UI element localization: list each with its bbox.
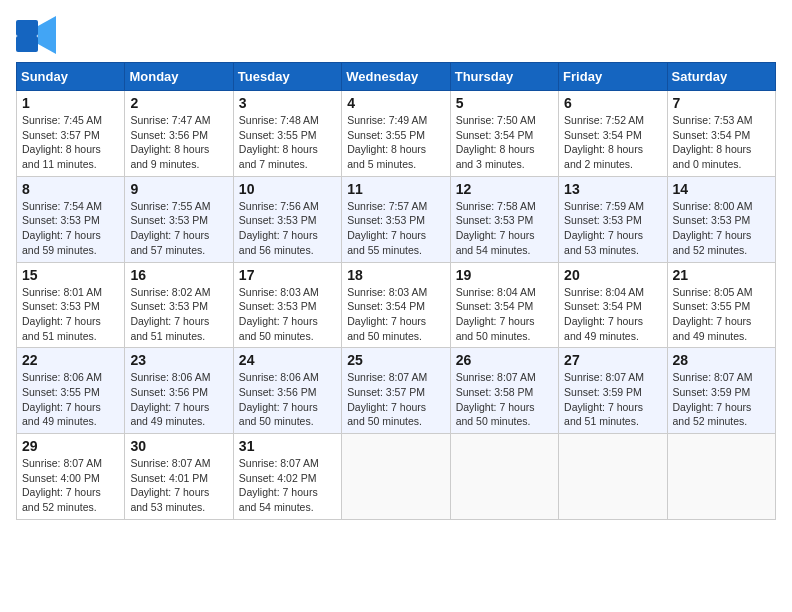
- cell-info: Sunrise: 7:47 AMSunset: 3:56 PMDaylight:…: [130, 113, 227, 172]
- day-number: 3: [239, 95, 336, 111]
- cell-info: Sunrise: 8:07 AMSunset: 3:58 PMDaylight:…: [456, 370, 553, 429]
- calendar-cell-29: 29Sunrise: 8:07 AMSunset: 4:00 PMDayligh…: [17, 434, 125, 520]
- day-number: 20: [564, 267, 661, 283]
- day-number: 29: [22, 438, 119, 454]
- day-number: 25: [347, 352, 444, 368]
- cell-info: Sunrise: 7:49 AMSunset: 3:55 PMDaylight:…: [347, 113, 444, 172]
- cell-info: Sunrise: 7:52 AMSunset: 3:54 PMDaylight:…: [564, 113, 661, 172]
- cell-info: Sunrise: 8:07 AMSunset: 4:02 PMDaylight:…: [239, 456, 336, 515]
- cell-info: Sunrise: 8:06 AMSunset: 3:55 PMDaylight:…: [22, 370, 119, 429]
- cell-info: Sunrise: 8:02 AMSunset: 3:53 PMDaylight:…: [130, 285, 227, 344]
- svg-marker-2: [38, 16, 56, 54]
- calendar-cell-5: 5Sunrise: 7:50 AMSunset: 3:54 PMDaylight…: [450, 91, 558, 177]
- empty-cell: [667, 434, 775, 520]
- day-number: 23: [130, 352, 227, 368]
- cell-info: Sunrise: 8:07 AMSunset: 3:59 PMDaylight:…: [564, 370, 661, 429]
- calendar-cell-10: 10Sunrise: 7:56 AMSunset: 3:53 PMDayligh…: [233, 176, 341, 262]
- weekday-header-monday: Monday: [125, 63, 233, 91]
- calendar-cell-28: 28Sunrise: 8:07 AMSunset: 3:59 PMDayligh…: [667, 348, 775, 434]
- cell-info: Sunrise: 7:58 AMSunset: 3:53 PMDaylight:…: [456, 199, 553, 258]
- cell-info: Sunrise: 8:06 AMSunset: 3:56 PMDaylight:…: [239, 370, 336, 429]
- day-number: 2: [130, 95, 227, 111]
- calendar-table: SundayMondayTuesdayWednesdayThursdayFrid…: [16, 62, 776, 520]
- day-number: 11: [347, 181, 444, 197]
- empty-cell: [559, 434, 667, 520]
- calendar-cell-2: 2Sunrise: 7:47 AMSunset: 3:56 PMDaylight…: [125, 91, 233, 177]
- cell-info: Sunrise: 7:53 AMSunset: 3:54 PMDaylight:…: [673, 113, 770, 172]
- calendar-cell-13: 13Sunrise: 7:59 AMSunset: 3:53 PMDayligh…: [559, 176, 667, 262]
- cell-info: Sunrise: 8:05 AMSunset: 3:55 PMDaylight:…: [673, 285, 770, 344]
- cell-info: Sunrise: 8:06 AMSunset: 3:56 PMDaylight:…: [130, 370, 227, 429]
- cell-info: Sunrise: 8:04 AMSunset: 3:54 PMDaylight:…: [564, 285, 661, 344]
- calendar-cell-7: 7Sunrise: 7:53 AMSunset: 3:54 PMDaylight…: [667, 91, 775, 177]
- calendar-cell-11: 11Sunrise: 7:57 AMSunset: 3:53 PMDayligh…: [342, 176, 450, 262]
- calendar-cell-18: 18Sunrise: 8:03 AMSunset: 3:54 PMDayligh…: [342, 262, 450, 348]
- cell-info: Sunrise: 7:48 AMSunset: 3:55 PMDaylight:…: [239, 113, 336, 172]
- header: [16, 16, 776, 54]
- cell-info: Sunrise: 8:07 AMSunset: 3:59 PMDaylight:…: [673, 370, 770, 429]
- svg-rect-1: [16, 36, 38, 52]
- calendar-cell-16: 16Sunrise: 8:02 AMSunset: 3:53 PMDayligh…: [125, 262, 233, 348]
- day-number: 4: [347, 95, 444, 111]
- weekday-header-sunday: Sunday: [17, 63, 125, 91]
- cell-info: Sunrise: 7:45 AMSunset: 3:57 PMDaylight:…: [22, 113, 119, 172]
- calendar-cell-4: 4Sunrise: 7:49 AMSunset: 3:55 PMDaylight…: [342, 91, 450, 177]
- calendar-cell-17: 17Sunrise: 8:03 AMSunset: 3:53 PMDayligh…: [233, 262, 341, 348]
- calendar-cell-21: 21Sunrise: 8:05 AMSunset: 3:55 PMDayligh…: [667, 262, 775, 348]
- empty-cell: [450, 434, 558, 520]
- day-number: 30: [130, 438, 227, 454]
- svg-rect-0: [16, 20, 38, 36]
- day-number: 22: [22, 352, 119, 368]
- calendar-cell-14: 14Sunrise: 8:00 AMSunset: 3:53 PMDayligh…: [667, 176, 775, 262]
- day-number: 14: [673, 181, 770, 197]
- weekday-header-friday: Friday: [559, 63, 667, 91]
- calendar-cell-19: 19Sunrise: 8:04 AMSunset: 3:54 PMDayligh…: [450, 262, 558, 348]
- day-number: 27: [564, 352, 661, 368]
- cell-info: Sunrise: 8:03 AMSunset: 3:53 PMDaylight:…: [239, 285, 336, 344]
- day-number: 31: [239, 438, 336, 454]
- calendar-cell-3: 3Sunrise: 7:48 AMSunset: 3:55 PMDaylight…: [233, 91, 341, 177]
- calendar-cell-12: 12Sunrise: 7:58 AMSunset: 3:53 PMDayligh…: [450, 176, 558, 262]
- calendar-cell-9: 9Sunrise: 7:55 AMSunset: 3:53 PMDaylight…: [125, 176, 233, 262]
- day-number: 15: [22, 267, 119, 283]
- cell-info: Sunrise: 8:03 AMSunset: 3:54 PMDaylight:…: [347, 285, 444, 344]
- day-number: 21: [673, 267, 770, 283]
- cell-info: Sunrise: 8:01 AMSunset: 3:53 PMDaylight:…: [22, 285, 119, 344]
- empty-cell: [342, 434, 450, 520]
- calendar-cell-6: 6Sunrise: 7:52 AMSunset: 3:54 PMDaylight…: [559, 91, 667, 177]
- day-number: 28: [673, 352, 770, 368]
- calendar-cell-23: 23Sunrise: 8:06 AMSunset: 3:56 PMDayligh…: [125, 348, 233, 434]
- calendar-cell-30: 30Sunrise: 8:07 AMSunset: 4:01 PMDayligh…: [125, 434, 233, 520]
- weekday-header-wednesday: Wednesday: [342, 63, 450, 91]
- day-number: 13: [564, 181, 661, 197]
- calendar-cell-20: 20Sunrise: 8:04 AMSunset: 3:54 PMDayligh…: [559, 262, 667, 348]
- calendar-cell-15: 15Sunrise: 8:01 AMSunset: 3:53 PMDayligh…: [17, 262, 125, 348]
- day-number: 6: [564, 95, 661, 111]
- cell-info: Sunrise: 8:07 AMSunset: 3:57 PMDaylight:…: [347, 370, 444, 429]
- cell-info: Sunrise: 7:57 AMSunset: 3:53 PMDaylight:…: [347, 199, 444, 258]
- day-number: 26: [456, 352, 553, 368]
- cell-info: Sunrise: 7:54 AMSunset: 3:53 PMDaylight:…: [22, 199, 119, 258]
- day-number: 7: [673, 95, 770, 111]
- day-number: 24: [239, 352, 336, 368]
- logo: [16, 16, 60, 54]
- weekday-header-tuesday: Tuesday: [233, 63, 341, 91]
- cell-info: Sunrise: 7:56 AMSunset: 3:53 PMDaylight:…: [239, 199, 336, 258]
- day-number: 1: [22, 95, 119, 111]
- day-number: 9: [130, 181, 227, 197]
- cell-info: Sunrise: 8:00 AMSunset: 3:53 PMDaylight:…: [673, 199, 770, 258]
- weekday-header-saturday: Saturday: [667, 63, 775, 91]
- day-number: 18: [347, 267, 444, 283]
- cell-info: Sunrise: 7:50 AMSunset: 3:54 PMDaylight:…: [456, 113, 553, 172]
- cell-info: Sunrise: 7:59 AMSunset: 3:53 PMDaylight:…: [564, 199, 661, 258]
- day-number: 16: [130, 267, 227, 283]
- day-number: 17: [239, 267, 336, 283]
- calendar-cell-26: 26Sunrise: 8:07 AMSunset: 3:58 PMDayligh…: [450, 348, 558, 434]
- calendar-cell-8: 8Sunrise: 7:54 AMSunset: 3:53 PMDaylight…: [17, 176, 125, 262]
- calendar-cell-31: 31Sunrise: 8:07 AMSunset: 4:02 PMDayligh…: [233, 434, 341, 520]
- day-number: 10: [239, 181, 336, 197]
- cell-info: Sunrise: 8:07 AMSunset: 4:00 PMDaylight:…: [22, 456, 119, 515]
- calendar-cell-22: 22Sunrise: 8:06 AMSunset: 3:55 PMDayligh…: [17, 348, 125, 434]
- day-number: 8: [22, 181, 119, 197]
- calendar-cell-27: 27Sunrise: 8:07 AMSunset: 3:59 PMDayligh…: [559, 348, 667, 434]
